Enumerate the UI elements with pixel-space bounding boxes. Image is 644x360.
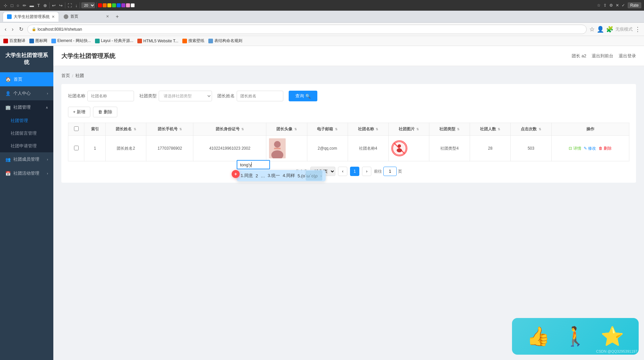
col-checkbox xyxy=(68,123,84,136)
ime-input-box[interactable]: tong'y xyxy=(237,160,270,169)
pen-icon[interactable]: ✏ xyxy=(22,2,27,9)
bookmark-icon-anno[interactable]: ☆ xyxy=(597,3,601,8)
color-pink[interactable] xyxy=(126,3,130,7)
person-icon: 🚶 xyxy=(564,327,587,346)
club-logo-image xyxy=(391,140,407,156)
color-yellow[interactable] xyxy=(107,3,111,7)
sort-club-name[interactable]: ⇅ xyxy=(376,128,378,131)
sidebar-item-personal[interactable]: 👤 个人中心 › xyxy=(0,86,53,100)
active-tab[interactable]: 大学生社团管理系统 ✕ xyxy=(3,12,59,22)
sort-avatar[interactable]: ⇅ xyxy=(294,128,297,131)
extensions-icon[interactable]: 🧩 xyxy=(606,26,613,33)
sidebar-sub-club-management[interactable]: 社团管理 xyxy=(0,114,53,127)
sort-email[interactable]: ⇅ xyxy=(335,128,338,131)
current-page-btn[interactable]: 1 xyxy=(350,167,359,176)
action-edit[interactable]: ✎ 修改 xyxy=(584,146,596,151)
delete-button[interactable]: 🗑 删除 xyxy=(93,107,117,117)
share-icon-anno[interactable]: ⇪ xyxy=(603,3,607,8)
sort-click-count[interactable]: ⇅ xyxy=(539,128,541,131)
bookmark-biaojie[interactable]: 表结构命名规则 xyxy=(208,38,242,44)
redo-icon[interactable]: ↪ xyxy=(58,2,64,9)
circle-icon[interactable]: ○ xyxy=(16,2,20,9)
text-icon[interactable]: T xyxy=(36,2,41,9)
breadcrumb-home[interactable]: 首页 xyxy=(61,73,70,79)
sidebar-sub-club-info[interactable]: 社团留言管理 xyxy=(0,127,53,140)
next-page-btn[interactable]: › xyxy=(362,167,371,176)
sidebar-sub-club: 社团管理 社团留言管理 社团申请管理 xyxy=(0,114,53,152)
breadcrumb-separator: / xyxy=(72,73,73,78)
sort-leader-name[interactable]: ⇅ xyxy=(134,128,136,131)
prev-page-btn[interactable]: ‹ xyxy=(338,167,347,176)
bookmark-souhu[interactable]: 搜索壁纸 xyxy=(182,38,204,44)
rect-icon[interactable]: □ xyxy=(10,2,14,9)
color-white[interactable] xyxy=(131,3,135,7)
note-icon[interactable]: ⊕ xyxy=(42,2,48,9)
screenshot-icon[interactable]: ⛶ xyxy=(67,2,73,9)
widget-star[interactable]: ⭐ xyxy=(601,327,624,346)
color-blue[interactable] xyxy=(117,3,121,7)
forward-button[interactable]: › xyxy=(10,25,15,34)
action-detail[interactable]: ⊡ 详情 xyxy=(569,146,581,151)
close-icon-anno[interactable]: ✕ xyxy=(616,3,619,8)
cursor-icon[interactable]: ⊹ xyxy=(3,2,8,9)
sort-club-image[interactable]: ⇅ xyxy=(416,128,419,131)
inactive-tab[interactable]: 首页 ✕ xyxy=(60,12,113,22)
sidebar-item-member-mgmt[interactable]: 👥 社团成员管理 › xyxy=(0,152,53,166)
widget-thumbs-up[interactable]: 👍 xyxy=(527,327,550,346)
row-checkbox[interactable] xyxy=(74,146,79,150)
save-icon[interactable]: ↓ xyxy=(74,2,79,9)
color-purple[interactable] xyxy=(121,3,125,7)
undo-icon[interactable]: ↩ xyxy=(51,2,57,9)
ime-sug-1[interactable]: 1.同意 xyxy=(241,173,253,179)
widget-person[interactable]: 🚶 xyxy=(564,327,587,346)
red-dot-indicator[interactable]: + xyxy=(232,170,240,178)
sidebar-item-club-mgmt[interactable]: 🏢 社团管理 ∧ xyxy=(0,100,53,114)
bookmark-html5[interactable]: HTML5 Website T... xyxy=(137,39,178,43)
ime-sug-3[interactable]: 3.统一 xyxy=(268,173,280,179)
sort-club-type[interactable]: ⇅ xyxy=(457,128,460,131)
browser-tabs: 大学生社团管理系统 ✕ 首页 ✕ + xyxy=(3,11,121,23)
club-info-label: 社团留言管理 xyxy=(11,131,37,136)
address-bar[interactable]: 🔒 localhost:8081/#/shetuan xyxy=(27,25,587,34)
logout-link[interactable]: 退出登录 xyxy=(619,53,636,59)
bookmark-layui[interactable]: Layui - 经典开源... xyxy=(95,38,133,44)
search-select-club-type[interactable]: 请选择社团类型 xyxy=(159,91,212,101)
bookmark-element[interactable]: Element - 网站快... xyxy=(51,38,91,44)
tab2-close[interactable]: ✕ xyxy=(106,14,109,19)
pagination: 共 1 条 10条/页 20条/页 50条/页 ‹ 1 › 前往 页 xyxy=(68,167,629,176)
refresh-button[interactable]: ↻ xyxy=(18,25,25,34)
activity-icon: 📅 xyxy=(5,171,11,176)
exit-frontend-link[interactable]: 退出到前台 xyxy=(592,53,613,59)
highlight-icon[interactable]: ▬ xyxy=(29,2,35,9)
color-red[interactable] xyxy=(98,3,102,7)
settings-icon-anno[interactable]: ⚙ xyxy=(609,3,613,8)
bookmark-tuwang[interactable]: 图标网 xyxy=(29,38,47,44)
sort-phone[interactable]: ⇅ xyxy=(179,128,182,131)
profile-icon[interactable]: 👤 xyxy=(597,26,604,33)
sidebar-item-home[interactable]: 🏠 首页 xyxy=(0,72,53,86)
sort-member-count[interactable]: ⇅ xyxy=(498,128,500,131)
sidebar-item-activity-mgmt[interactable]: 📅 社团活动管理 › xyxy=(0,166,53,180)
sidebar-sub-club-apply[interactable]: 社团申请管理 xyxy=(0,140,53,152)
check-icon-anno[interactable]: ✓ xyxy=(622,3,625,8)
search-button[interactable]: 查询 🔍 xyxy=(289,91,317,101)
search-input-leader[interactable] xyxy=(237,91,283,101)
search-input-club-name[interactable] xyxy=(87,91,134,101)
page-goto-input[interactable] xyxy=(383,167,397,176)
font-size-select[interactable]: 20 xyxy=(81,2,95,8)
color-green[interactable] xyxy=(112,3,116,7)
add-button[interactable]: + 新增 xyxy=(68,107,90,117)
action-delete[interactable]: 🗑 删除 xyxy=(599,146,612,151)
bookmark-baidu[interactable]: 百度翻译 xyxy=(3,38,25,44)
new-tab-button[interactable]: + xyxy=(113,12,121,21)
ime-sug-4[interactable]: 4.同样 xyxy=(283,173,295,179)
back-button[interactable]: ‹ xyxy=(3,25,8,34)
bookmark-star[interactable]: ☆ xyxy=(589,26,595,33)
tab1-close[interactable]: ✕ xyxy=(52,15,55,19)
sort-idcard[interactable]: ⇅ xyxy=(241,128,244,131)
ime-sug-2[interactable]: 2 xyxy=(256,173,258,178)
select-all-checkbox[interactable] xyxy=(74,126,79,131)
color-orange[interactable] xyxy=(103,3,107,7)
menu-dots[interactable]: ⋮ xyxy=(635,26,641,33)
col-club-image: 社团图片 ⇅ xyxy=(388,123,429,136)
